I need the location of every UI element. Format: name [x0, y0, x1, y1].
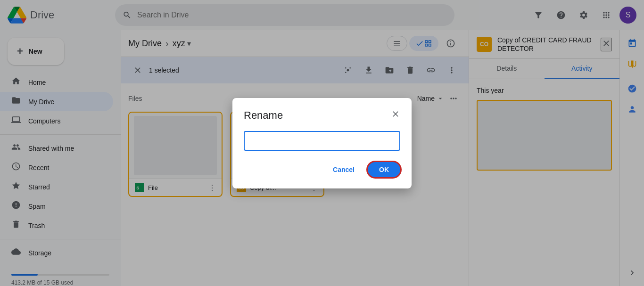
dialog-close-button[interactable] — [391, 109, 400, 121]
modal-overlay: Rename Cancel OK — [0, 0, 644, 286]
dialog-close-icon — [391, 109, 400, 119]
dialog-title: Rename — [244, 109, 283, 122]
dialog-header: Rename — [244, 109, 400, 122]
rename-input[interactable] — [244, 131, 400, 151]
ok-button[interactable]: OK — [368, 162, 400, 177]
cancel-button[interactable]: Cancel — [323, 162, 364, 177]
rename-dialog: Rename Cancel OK — [232, 98, 412, 188]
dialog-actions: Cancel OK — [244, 162, 400, 177]
